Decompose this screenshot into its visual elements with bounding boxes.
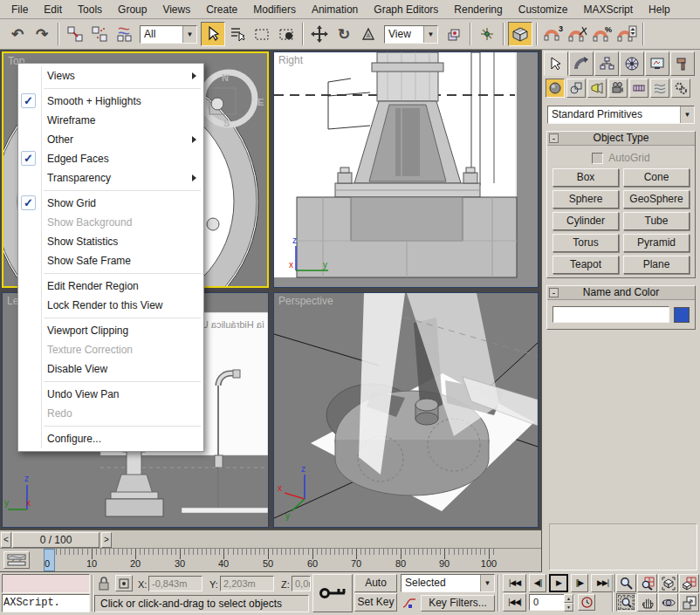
maximize-viewport-toggle[interactable] bbox=[679, 593, 699, 612]
object-class-dropdown[interactable]: Standard Primitives ▼ bbox=[547, 106, 695, 124]
crossing-selection-button[interactable] bbox=[274, 22, 299, 46]
menu-maxscript[interactable]: MAXScript bbox=[575, 1, 641, 18]
redo-icon[interactable]: ↷ bbox=[30, 22, 54, 46]
select-by-name-button[interactable] bbox=[225, 22, 250, 46]
menu-customize[interactable]: Customize bbox=[511, 1, 576, 18]
key-mode-toggle[interactable]: |◀◀| bbox=[503, 593, 526, 612]
set-key-button[interactable]: Set Key bbox=[354, 593, 397, 612]
y-coord-field[interactable]: 2,203m bbox=[220, 576, 274, 591]
mini-curve-editor-button[interactable] bbox=[3, 551, 30, 569]
viewport-perspective[interactable]: z x y Perspective bbox=[273, 292, 539, 528]
category-systems[interactable] bbox=[671, 79, 690, 98]
tab-motion[interactable] bbox=[620, 51, 644, 76]
collapse-icon[interactable]: - bbox=[549, 133, 559, 143]
collapse-icon[interactable]: - bbox=[549, 288, 559, 297]
keyboard-shortcut-override-toggle[interactable] bbox=[508, 22, 532, 46]
menu-item-edged-faces[interactable]: ✓Edged Faces bbox=[18, 149, 203, 168]
percent-snap-toggle-button[interactable]: % bbox=[590, 22, 614, 46]
category-cameras[interactable] bbox=[608, 79, 628, 98]
selection-filter-dropdown[interactable]: All ▼ bbox=[140, 25, 197, 44]
z-coord-field[interactable]: 0,0m bbox=[292, 576, 311, 591]
zoom-region-button[interactable] bbox=[616, 593, 636, 612]
menu-graph-editors[interactable]: Graph Editors bbox=[366, 1, 446, 18]
play-button[interactable]: ▶ bbox=[549, 574, 568, 592]
autogrid-checkbox[interactable] bbox=[592, 153, 603, 164]
absolute-mode-toggle[interactable] bbox=[115, 575, 133, 591]
previous-frame-button[interactable]: ◀|| bbox=[529, 574, 546, 592]
set-keys-button[interactable] bbox=[312, 574, 353, 612]
time-slider-next-button[interactable]: > bbox=[101, 532, 112, 548]
dropdown-arrow-icon[interactable]: ▼ bbox=[680, 106, 694, 123]
object-name-input[interactable] bbox=[552, 306, 669, 323]
zoom-extents-all-button[interactable] bbox=[679, 574, 699, 592]
key-filters-button[interactable]: Key Filters... bbox=[421, 595, 495, 612]
unlink-selection-icon[interactable] bbox=[87, 22, 112, 46]
geosphere-button[interactable]: GeoSphere bbox=[623, 190, 690, 208]
menu-item-disable-view[interactable]: Disable View bbox=[18, 359, 203, 379]
select-object-button[interactable] bbox=[201, 22, 225, 46]
orbit-button[interactable] bbox=[658, 593, 678, 612]
time-configuration-button[interactable] bbox=[578, 594, 595, 611]
menu-item-views[interactable]: Views bbox=[18, 66, 203, 85]
cylinder-button[interactable]: Cylinder bbox=[552, 212, 619, 230]
bind-to-space-warp-icon[interactable] bbox=[112, 22, 136, 46]
menu-create[interactable]: Create bbox=[198, 1, 245, 18]
dropdown-arrow-icon[interactable]: ▼ bbox=[480, 575, 494, 591]
menu-item-viewport-clipping[interactable]: Viewport Clipping bbox=[18, 321, 203, 340]
default-in-out-tangents-button[interactable] bbox=[401, 595, 418, 612]
menu-item-transparency[interactable]: Transparency bbox=[18, 168, 203, 188]
category-space-warps[interactable] bbox=[650, 79, 669, 98]
object-type-rollout-header[interactable]: - Object Type bbox=[547, 132, 695, 146]
rectangular-selection-region-button[interactable] bbox=[250, 22, 274, 46]
category-lights[interactable] bbox=[587, 79, 607, 98]
plane-button[interactable]: Plane bbox=[623, 256, 690, 274]
zoom-button[interactable] bbox=[616, 574, 636, 592]
menu-item-wireframe[interactable]: Wireframe bbox=[18, 111, 203, 130]
category-helpers[interactable] bbox=[629, 79, 649, 98]
viewport-perspective-label[interactable]: Perspective bbox=[278, 295, 333, 307]
menu-edit[interactable]: Edit bbox=[36, 1, 70, 18]
right-viewport-canvas[interactable]: z x y bbox=[274, 52, 538, 287]
select-and-link-icon[interactable] bbox=[63, 22, 87, 46]
tab-display[interactable] bbox=[645, 51, 669, 76]
go-to-end-button[interactable]: ▶▶| bbox=[591, 574, 614, 592]
auto-key-button[interactable]: Auto Key bbox=[354, 574, 397, 592]
time-slider-prev-button[interactable]: < bbox=[1, 532, 11, 548]
menu-tools[interactable]: Tools bbox=[70, 1, 110, 18]
pan-button[interactable] bbox=[637, 593, 657, 612]
next-frame-button[interactable]: ||▶ bbox=[571, 574, 588, 592]
sphere-button[interactable]: Sphere bbox=[552, 190, 619, 208]
spinner-snap-toggle-button[interactable] bbox=[614, 22, 639, 46]
category-geometry[interactable] bbox=[546, 79, 565, 98]
frame-spinner[interactable]: ▲▼ bbox=[564, 594, 573, 611]
menu-item-undo-view-pan[interactable]: Undo View Pan bbox=[18, 385, 203, 404]
perspective-viewport-canvas[interactable]: z x y bbox=[274, 293, 538, 527]
object-color-swatch[interactable] bbox=[674, 307, 690, 323]
menu-item-show-grid[interactable]: ✓Show Grid bbox=[18, 194, 203, 213]
menu-rendering[interactable]: Rendering bbox=[446, 1, 510, 18]
undo-icon[interactable]: ↶ bbox=[5, 22, 30, 46]
zoom-extents-button[interactable] bbox=[658, 574, 678, 592]
name-color-rollout-header[interactable]: - Name and Color bbox=[547, 286, 695, 300]
menu-item-lock-render[interactable]: Lock Render to this View bbox=[18, 296, 203, 315]
box-button[interactable]: Box bbox=[552, 168, 619, 187]
viewport-right-label[interactable]: Right bbox=[278, 54, 303, 66]
maxscript-mini-listener[interactable]: AXScript. bbox=[2, 594, 90, 612]
tab-utilities[interactable] bbox=[670, 51, 695, 76]
go-to-start-button[interactable]: |◀◀ bbox=[503, 574, 526, 592]
pyramid-button[interactable]: Pyramid bbox=[623, 234, 690, 252]
dropdown-arrow-icon[interactable]: ▼ bbox=[182, 26, 196, 43]
menu-file[interactable]: File bbox=[3, 1, 36, 18]
use-pivot-point-center-button[interactable] bbox=[442, 22, 466, 46]
menu-modifiers[interactable]: Modifiers bbox=[245, 1, 304, 18]
menu-help[interactable]: Help bbox=[641, 1, 678, 18]
x-coord-field[interactable]: -0,843m bbox=[148, 576, 202, 591]
track-bar-ruler[interactable]: 0 10 20 30 40 50 60 70 80 90 100 bbox=[45, 549, 539, 572]
dropdown-arrow-icon[interactable]: ▼ bbox=[423, 26, 437, 43]
zoom-all-button[interactable] bbox=[637, 574, 657, 592]
track-bar[interactable]: 0 10 20 30 40 50 60 70 80 90 100 bbox=[0, 549, 541, 572]
category-shapes[interactable] bbox=[566, 79, 586, 98]
angle-snap-toggle-button[interactable] bbox=[566, 22, 590, 46]
menu-group[interactable]: Group bbox=[110, 1, 154, 18]
snaps-toggle-3d-button[interactable]: 3 bbox=[541, 22, 566, 46]
